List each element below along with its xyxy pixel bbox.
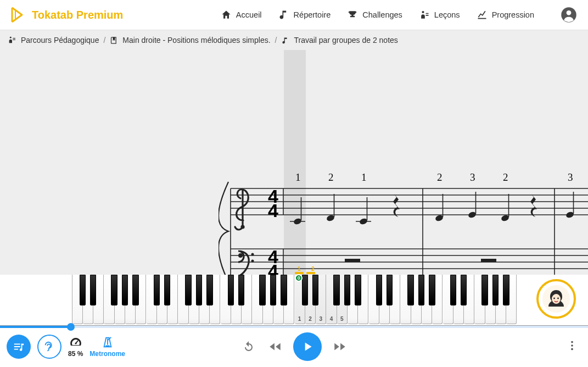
black-key[interactable]	[450, 275, 457, 305]
svg-rect-50	[481, 259, 496, 262]
nav-lessons[interactable]: Leçons	[419, 9, 460, 20]
crumb-parcours[interactable]: Parcours Pédagogique	[8, 36, 99, 45]
brand-text: Tokatab Premium	[32, 9, 123, 21]
nav-home[interactable]: Accueil	[221, 9, 262, 20]
breadcrumb: Parcours Pédagogique / Main droite - Pos…	[0, 30, 588, 50]
player-controls: 85 % Metronome	[0, 326, 588, 367]
nav-progression[interactable]: Progression	[477, 9, 534, 20]
black-key[interactable]	[132, 275, 139, 305]
crumb-exercise[interactable]: Travail par groupes de 2 notes	[281, 36, 397, 45]
svg-text:3: 3	[470, 172, 475, 183]
svg-point-62	[571, 344, 573, 347]
avatar-icon	[542, 285, 570, 313]
more-options-button[interactable]	[563, 336, 581, 357]
svg-point-4	[10, 37, 12, 38]
black-key[interactable]	[481, 275, 488, 305]
black-key[interactable]	[302, 275, 309, 305]
replay-button[interactable]	[240, 338, 257, 355]
music-list-icon	[13, 341, 25, 353]
svg-text:3: 3	[568, 172, 573, 183]
separator: /	[274, 36, 278, 45]
svg-point-23	[251, 253, 254, 256]
crumb-main-droite[interactable]: Main droite - Positions mélodiques simpl…	[110, 36, 270, 45]
progress-thumb[interactable]	[67, 323, 75, 331]
replay-icon	[242, 340, 255, 353]
teacher-icon	[8, 36, 16, 45]
black-key[interactable]	[196, 275, 203, 305]
black-key[interactable]	[228, 275, 234, 305]
black-key[interactable]	[407, 275, 414, 305]
progress-track[interactable]	[0, 326, 588, 328]
black-key[interactable]	[238, 275, 245, 305]
metronome-control[interactable]: Metronome	[89, 336, 125, 358]
black-key[interactable]	[312, 275, 319, 305]
black-key[interactable]	[461, 275, 467, 305]
piano-keyboard: 123450	[0, 275, 588, 325]
black-key[interactable]	[111, 275, 117, 305]
black-key[interactable]	[376, 275, 383, 305]
black-key[interactable]	[387, 275, 393, 305]
gauge-icon	[69, 336, 82, 349]
svg-text:2: 2	[328, 172, 334, 183]
svg-point-57	[557, 298, 559, 299]
play-icon	[300, 340, 315, 354]
music-note-icon	[278, 9, 289, 20]
rewind-button[interactable]	[267, 338, 283, 355]
black-key[interactable]	[355, 275, 361, 305]
play-button[interactable]	[293, 332, 322, 361]
rewind-icon	[268, 340, 282, 354]
home-icon	[221, 9, 232, 20]
svg-text:1: 1	[295, 172, 301, 183]
nav-challenges[interactable]: Challenges	[347, 9, 402, 20]
svg-point-59	[75, 342, 76, 344]
book-icon	[110, 36, 118, 45]
black-key[interactable]	[206, 275, 213, 305]
forward-button[interactable]	[332, 338, 348, 355]
logo[interactable]: Tokatab Premium	[10, 7, 123, 23]
black-key[interactable]	[429, 275, 435, 305]
svg-text:1: 1	[361, 172, 367, 183]
chart-line-icon	[477, 9, 488, 20]
black-key[interactable]	[503, 275, 509, 305]
black-key[interactable]	[281, 275, 287, 305]
svg-text:4: 4	[268, 200, 278, 221]
forward-icon	[333, 340, 347, 354]
black-key[interactable]	[259, 275, 266, 305]
black-key[interactable]	[164, 275, 171, 305]
svg-text:2: 2	[437, 172, 443, 183]
separator: /	[102, 36, 107, 45]
ear-icon	[43, 341, 55, 353]
listen-mode-button[interactable]	[37, 335, 61, 359]
svg-point-24	[251, 260, 254, 263]
coach-avatar[interactable]	[536, 279, 576, 319]
black-key[interactable]	[418, 275, 425, 305]
tempo-control[interactable]: 85 %	[68, 336, 83, 358]
more-vert-icon	[566, 340, 578, 352]
black-key[interactable]	[154, 275, 160, 305]
black-key[interactable]	[122, 275, 128, 305]
logo-icon	[10, 7, 26, 23]
black-key[interactable]	[185, 275, 192, 305]
svg-point-56	[553, 298, 555, 299]
user-circle-icon	[561, 7, 577, 23]
music-note-icon	[281, 36, 289, 45]
black-key[interactable]	[270, 275, 277, 305]
finger-hints: 1 2	[0, 266, 588, 275]
black-key[interactable]	[90, 275, 97, 305]
svg-point-61	[571, 341, 573, 343]
black-key[interactable]	[492, 275, 499, 305]
svg-point-22	[238, 253, 243, 258]
trophy-icon	[347, 9, 358, 20]
black-key[interactable]	[80, 275, 86, 305]
profile-button[interactable]	[559, 5, 578, 24]
teacher-icon	[419, 9, 430, 20]
metronome-icon	[102, 336, 114, 349]
nav-repertoire[interactable]: Répertoire	[278, 9, 331, 20]
black-key[interactable]	[344, 275, 351, 305]
svg-point-21	[240, 225, 244, 229]
svg-point-3	[567, 10, 572, 15]
svg-rect-40	[345, 259, 360, 262]
score-area: 4 4 4 4 1 2 1 2 3	[0, 50, 588, 326]
music-mode-button[interactable]	[7, 335, 31, 359]
black-key[interactable]	[333, 275, 340, 305]
